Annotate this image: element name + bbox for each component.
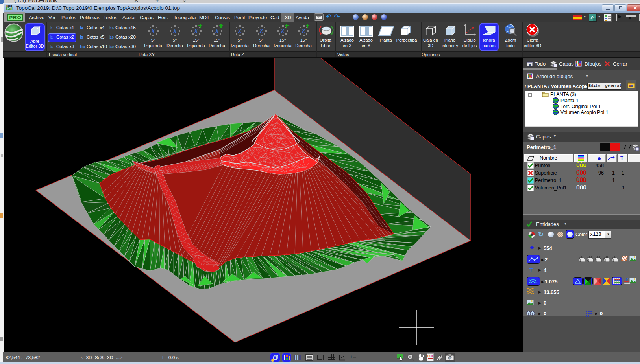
svg-text:X: X — [215, 28, 219, 34]
svg-text:P: P — [626, 277, 629, 281]
svg-text:X: X — [194, 28, 198, 34]
svg-text:X: X — [172, 28, 177, 34]
svg-text:Z: Z — [280, 28, 284, 34]
svg-text:Z: Z — [301, 28, 305, 34]
svg-text:Z: Z — [259, 28, 263, 34]
svg-text:X: X — [151, 28, 155, 34]
svg-text:Z: Z — [237, 28, 241, 34]
